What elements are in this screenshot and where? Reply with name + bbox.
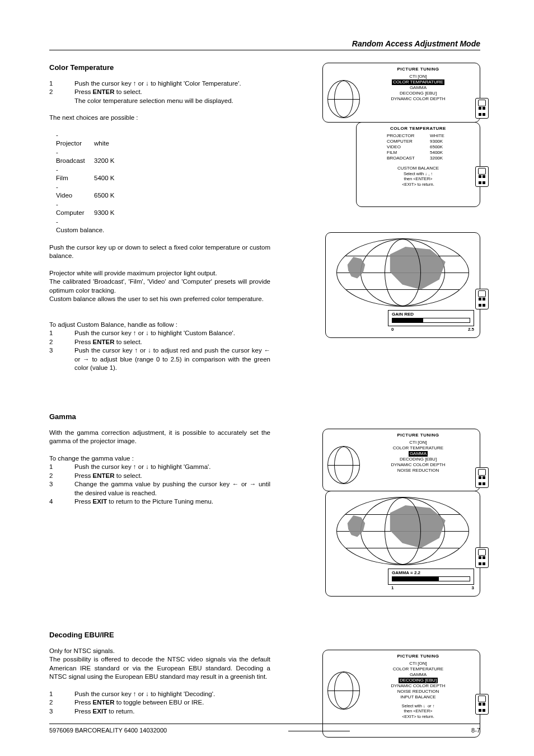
osd-picture-tuning-ct: PICTURE TUNING CTI [ON] COLOR TEMPARATUR…: [322, 63, 480, 123]
osd-picture-tuning-gamma: PICTURE TUNING CTI [ON] COLOR TEMPERATUR…: [322, 429, 480, 491]
section-gamma: Gamma With the gamma correction adjustme…: [49, 412, 270, 597]
gain-bar: [392, 318, 423, 322]
globe-icon: [327, 80, 360, 118]
globe-icon: [336, 238, 469, 307]
gamma-bar: [392, 577, 439, 581]
footer-right: 8-7: [471, 727, 480, 734]
globe-icon: [327, 446, 360, 484]
arrow-left-icon: ←: [232, 481, 239, 487]
section-decoding: Decoding EBU/IRE Only for NTSC signals. …: [49, 630, 270, 738]
page-header: Random Access Adjustment Mode: [49, 39, 480, 50]
page-footer: 5976069 BARCOREALITY 6400 14032000 8-7: [49, 724, 480, 734]
globe-icon: [336, 497, 469, 565]
section-color-temp: Color Temperature 1Push the cursor key ↑…: [49, 63, 270, 373]
arrow-right-icon: →: [250, 481, 256, 487]
osd-gamma-value: GAMMA = 2.2 13: [325, 491, 480, 597]
heading-color-temp: Color Temperature: [49, 63, 270, 73]
osd-gain-red: GAIN RED 02.5: [325, 232, 480, 338]
footer-left: 5976069 BARCOREALITY 6400 14032000: [49, 727, 167, 734]
osd-color-temp-list: COLOR TEMPERATURE PROJECTORWHITE COMPUTE…: [356, 122, 480, 207]
arrow-left-icon: ←: [264, 347, 271, 354]
remote-icon: [475, 547, 489, 568]
remote-icon: [475, 467, 489, 488]
remote-icon: [475, 98, 489, 119]
heading-decoding: Decoding EBU/IRE: [49, 630, 270, 640]
heading-gamma: Gamma: [49, 412, 270, 422]
footer-rule: [288, 731, 350, 734]
arrow-right-icon: →: [83, 356, 90, 363]
globe-icon: [327, 672, 360, 710]
remote-icon: [475, 289, 489, 309]
options-list: Projectorwhite Broadcast3200 K Film5400 …: [49, 131, 270, 235]
remote-icon: [475, 694, 489, 715]
remote-icon: [475, 166, 489, 187]
